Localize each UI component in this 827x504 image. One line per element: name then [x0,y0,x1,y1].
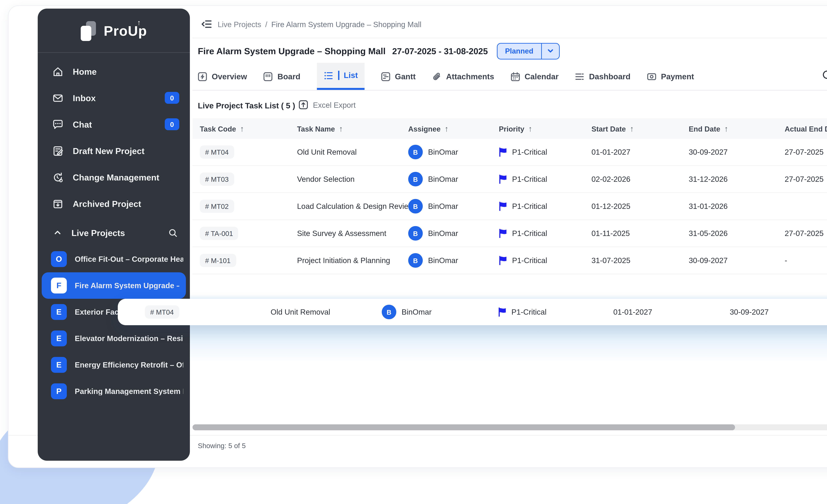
project-item-energy-efficiency[interactable]: E Energy Efficiency Retrofit – Offic... [38,352,190,378]
column-header-task-code[interactable]: Task Code↑ [200,124,244,133]
priority-label: P1-Critical [512,308,546,316]
sidebar-item-draft-new-project[interactable]: Draft New Project [38,137,190,164]
live-projects-header[interactable]: Live Projects [38,219,190,246]
sidebar-item-change-management[interactable]: Change Management [38,164,190,190]
task-code-chip: # MT02 [200,200,234,213]
table-row[interactable]: # TA-001 Site Survey & Assessment BBinOm… [193,220,827,247]
page: Live Projects / Fire Alarm System Upgrad… [0,0,827,504]
excel-export-button[interactable]: Excel Export [298,100,356,110]
tab-overview[interactable]: Overview [198,63,247,90]
dragged-row-ghost[interactable]: # MT04 Old Unit Removal BBinOmar P1-Crit… [118,299,827,325]
project-initial: E [51,331,67,346]
tab-label: Attachments [446,72,494,81]
start-date: 01-12-2025 [591,202,630,210]
project-initial: O [51,251,67,267]
assignee-name: BinOmar [428,175,458,183]
overview-icon [198,72,207,81]
priority-flag-icon [499,148,507,157]
board-icon [264,72,273,81]
refresh-button[interactable] [822,69,827,82]
tab-label: Board [278,72,300,81]
project-status-select[interactable]: Planned [497,43,560,59]
task-name: Load Calculation & Design Review [297,202,414,210]
project-label: Fire Alarm System Upgrade – Sh... [75,282,179,289]
start-date: 01-11-2025 [591,229,630,237]
sidebar-item-home[interactable]: Home [38,58,190,85]
project-label: Parking Management System In... [75,387,183,395]
chat-count-badge: 0 [165,118,179,130]
list-icon [324,70,333,80]
column-header-actual-end-date[interactable]: Actual End Date↑ [785,124,827,133]
table-row[interactable]: # MT02 Load Calculation & Design Review … [193,193,827,220]
table-row[interactable]: # MT03 Vendor Selection BBinOmar P1-Crit… [193,166,827,193]
payment-icon [647,72,656,81]
tab-payment[interactable]: Payment [647,63,694,90]
actual-end-date: 27-07-2025 [785,148,824,156]
paperclip-icon [432,72,441,81]
column-header-end-date[interactable]: End Date↑ [689,124,728,133]
tab-calendar[interactable]: Calendar [511,63,558,90]
column-header-start-date[interactable]: Start Date↑ [591,124,634,133]
logo-up-arrow: ↑ [137,18,141,26]
tab-label: Dashboard [589,72,631,81]
tab-dashboard[interactable]: Dashboard [575,63,631,90]
tab-list[interactable]: List [317,63,364,90]
sidebar-item-archived-project[interactable]: Archived Project [38,190,190,217]
sort-asc-icon: ↑ [240,124,244,133]
mail-icon [52,92,63,103]
tab-board[interactable]: Board [264,63,300,90]
live-projects-label: Live Projects [71,228,168,238]
excel-export-label: Excel Export [313,101,356,109]
task-code-chip: # M-101 [200,254,236,267]
task-name: Old Unit Removal [271,308,330,316]
sidebar-item-label: Archived Project [73,199,141,209]
assignee-avatar: B [408,253,423,268]
sidebar-item-label: Inbox [73,93,96,103]
column-header-assignee[interactable]: Assignee↑ [408,124,448,133]
end-date: 30-09-2027 [689,257,728,264]
breadcrumb-root[interactable]: Live Projects [218,20,261,29]
tab-gantt[interactable]: Gantt [381,63,416,90]
project-search-icon[interactable] [168,228,178,238]
table-row[interactable]: # MT04 Old Unit Removal BBinOmar P1-Crit… [193,139,827,166]
project-initial: P [51,383,67,399]
task-list-title: Live Project Task List ( 5 ) [198,101,295,110]
sort-asc-icon: ↑ [630,124,634,133]
view-tabs: Overview Board List Gantt Attachments [198,63,694,90]
table-row[interactable]: # M-101 Project Initiation & Planning BB… [193,247,827,274]
task-name: Vendor Selection [297,175,355,183]
logo-icon [81,21,98,41]
divider [193,90,827,91]
end-date: 31-05-2026 [689,229,728,237]
project-item-elevator-modernization[interactable]: E Elevator Modernization – Reside... [38,325,190,352]
breadcrumb: Live Projects / Fire Alarm System Upgrad… [218,20,422,29]
end-date: 31-01-2026 [689,202,728,210]
sidebar-item-inbox[interactable]: Inbox 0 [38,85,190,111]
task-name: Old Unit Removal [297,148,357,156]
sidebar-item-chat[interactable]: Chat 0 [38,111,190,137]
text-cursor [338,71,339,80]
column-header-priority[interactable]: Priority↑ [499,124,532,133]
gantt-icon [381,72,390,81]
project-item-parking-management[interactable]: P Parking Management System In... [38,378,190,404]
sidebar-item-label: Home [73,66,97,76]
change-management-icon [52,172,63,183]
task-code-chip: # MT04 [145,305,179,319]
sidebar-collapse-icon[interactable] [201,18,212,33]
tab-label: Payment [661,72,694,81]
sort-asc-icon: ↑ [528,124,532,133]
app-logo[interactable]: ProUp↑ [38,14,190,48]
project-initial: E [51,304,67,320]
project-item-fire-alarm-selected[interactable]: F Fire Alarm System Upgrade – Sh... [42,272,186,299]
export-icon [298,100,308,110]
assignee-avatar: B [382,305,396,319]
tab-attachments[interactable]: Attachments [432,63,494,90]
project-item-office-fit-out[interactable]: O Office Fit-Out – Corporate Head... [38,246,190,272]
scrollbar-thumb[interactable] [193,424,735,430]
start-date: 31-07-2025 [591,257,630,264]
assignee-name: BinOmar [428,202,458,210]
column-header-task-name[interactable]: Task Name↑ [297,124,343,133]
assignee-name: BinOmar [428,148,458,156]
sort-asc-icon: ↑ [445,124,448,133]
home-icon [52,66,63,77]
